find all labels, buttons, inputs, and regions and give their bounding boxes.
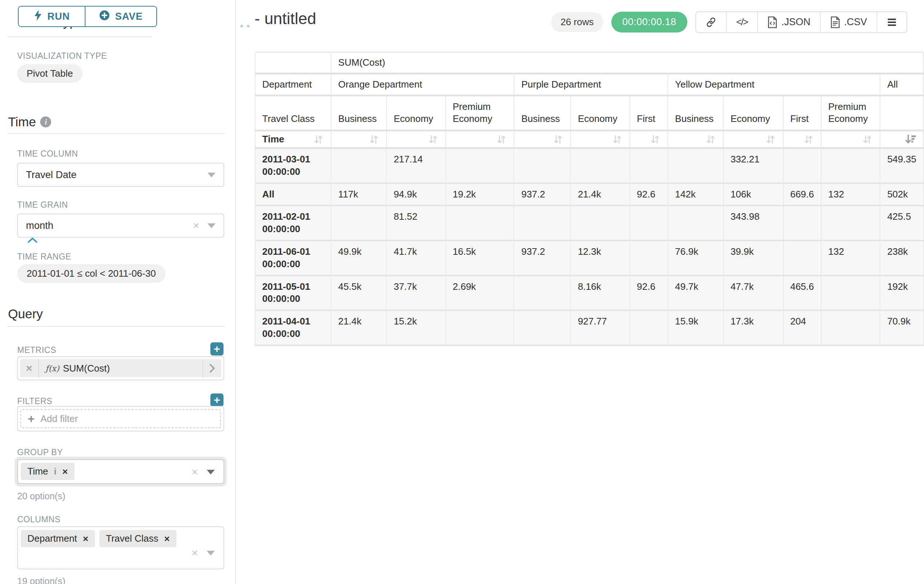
add-filter-button[interactable]: + Add filter [20,409,221,428]
chip-label: Travel Class [106,533,158,544]
remove-chip-icon[interactable]: × [83,534,88,543]
clear-icon[interactable]: × [191,466,198,477]
column-sort-cell[interactable] [571,131,630,148]
group-by-label: GROUP BY [17,447,63,457]
value-cell: 204 [783,310,821,345]
travel-class-cell: Premium Economy [446,95,514,131]
value-cell: 47.7k [723,276,784,311]
sort-icon[interactable] [313,134,324,145]
value-cell [630,240,668,276]
more-options-menu-button[interactable] [877,12,906,32]
columns-select[interactable]: Department×Travel Class× × [17,526,224,569]
value-cell [783,206,821,240]
chevron-down-icon[interactable] [207,470,215,474]
columns-chip[interactable]: Travel Class× [99,530,177,547]
remove-chip-icon[interactable]: × [164,534,170,543]
column-sort-cell[interactable] [880,131,924,148]
column-sort-cell[interactable] [386,131,446,148]
add-filter-plus-button[interactable]: + [210,393,223,406]
sort-icon[interactable] [650,134,661,145]
travel-class-cell: Business [668,95,723,131]
sort-icon[interactable] [765,134,776,145]
sort-icon[interactable] [705,134,716,145]
export-json-label: .JSON [781,16,810,28]
column-sort-cell[interactable] [630,131,668,148]
value-cell [446,310,514,345]
corner-cell [255,52,331,74]
sort-icon[interactable] [553,134,564,145]
row-label-cell: All [255,183,331,206]
add-metric-button[interactable]: + [210,342,223,355]
chevron-down-icon[interactable] [208,173,216,178]
value-cell: 92.6 [630,183,668,206]
sort-icon[interactable] [803,134,814,145]
chevron-right-icon[interactable] [202,359,221,377]
sort-icon[interactable] [368,134,380,145]
sort-descending-icon[interactable] [905,134,916,145]
table-row: 2011-04-01 00:00:0021.4k15.2k927.7715.9k… [255,310,924,345]
column-sort-cell[interactable] [723,131,784,148]
time-grain-select[interactable]: month × [17,214,224,238]
time-column-select[interactable]: Travel Date [17,163,224,187]
table-row: DepartmentOrange DepartmentPurple Depart… [255,74,924,95]
time-column-value: Travel Date [26,169,77,181]
sort-icon[interactable] [496,134,507,145]
column-sort-cell[interactable] [783,131,821,148]
export-json-button[interactable]: .JSON [758,12,821,32]
columns-chip[interactable]: Department× [21,530,95,547]
embed-code-button[interactable]: </> [727,12,758,32]
time-range-chip[interactable]: 2011-01-01 ≤ col < 2011-06-30 [17,264,165,283]
column-sort-cell[interactable] [821,131,880,148]
code-icon: </> [736,16,748,28]
save-button[interactable]: SAVE [86,7,156,26]
remove-chip-icon[interactable]: × [62,467,68,476]
time-range-label: TIME RANGE [17,252,71,262]
plus-icon: + [28,413,35,424]
value-cell: 2.69k [446,276,514,311]
column-sort-cell[interactable] [331,131,387,148]
value-cell: 238k [880,240,924,276]
travel-class-dimension-cell: Travel Class [255,95,331,131]
chart-title[interactable]: - untitled [254,10,316,28]
value-cell [514,148,571,183]
columns-label: COLUMNS [17,515,61,525]
sort-icon[interactable] [612,134,623,145]
visualization-type-chip[interactable]: Pivot Table [17,64,82,83]
export-csv-label: .CSV [844,16,867,28]
chevron-down-icon[interactable] [207,551,215,556]
value-cell: 502k [880,183,924,206]
panel-resize-handle[interactable] [240,25,249,27]
metric-pill[interactable]: × ƒ(x) SUM(Cost) [20,359,221,377]
column-sort-cell[interactable] [514,131,571,148]
value-cell [821,276,880,311]
value-cell: 549.35 [880,148,924,183]
save-button-label: SAVE [115,11,143,22]
metric-value: SUM(Cost) [63,363,110,374]
sort-icon[interactable] [862,134,873,145]
value-cell [571,206,630,240]
travel-class-cell: Economy [723,95,784,131]
column-sort-cell[interactable] [668,131,723,148]
copy-link-button[interactable] [696,12,727,32]
remove-metric-icon[interactable]: × [20,359,39,377]
info-icon[interactable]: i [54,466,57,477]
travel-class-cell: Economy [571,95,630,131]
time-column-label: TIME COLUMN [17,149,78,159]
value-cell [446,148,514,183]
sort-icon[interactable] [428,134,439,145]
time-row-dimension-label: Time [262,133,284,145]
row-label-cell: 2011-06-01 00:00:00 [255,240,331,276]
hamburger-menu-icon [887,18,897,26]
value-cell [668,206,723,240]
time-sort-cell[interactable]: Time [255,131,331,148]
chevron-down-icon[interactable] [208,224,216,228]
group-by-select[interactable]: Timei× × [17,459,224,484]
metrics-container: × ƒ(x) SUM(Cost) [17,356,224,380]
clear-icon[interactable]: × [191,548,198,558]
export-csv-button[interactable]: .CSV [821,12,877,32]
run-button[interactable]: RUN [19,7,86,26]
column-sort-cell[interactable] [446,131,514,148]
info-icon[interactable]: i [40,117,51,127]
group-by-chip[interactable]: Timei× [21,463,74,480]
clear-icon[interactable]: × [193,220,200,231]
